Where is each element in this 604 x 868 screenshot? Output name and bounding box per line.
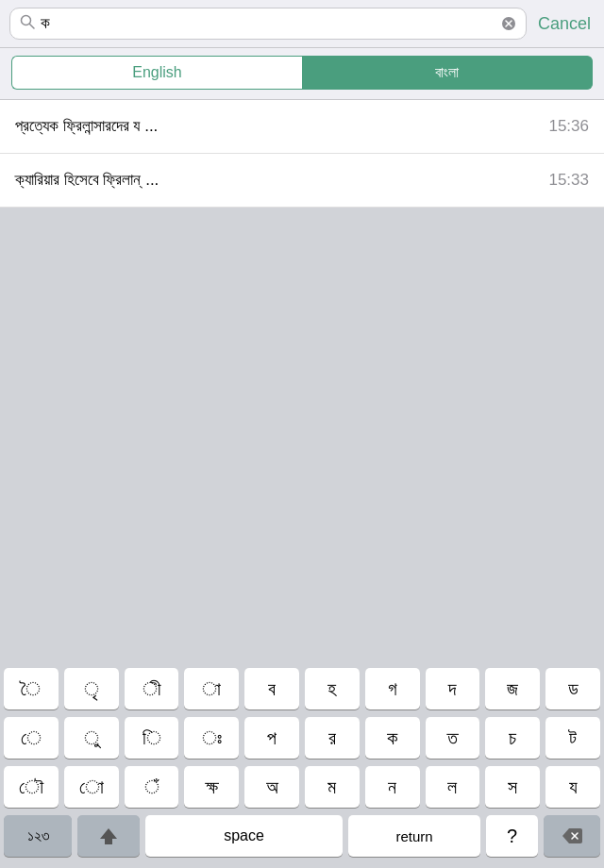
key-7-row1[interactable]: দ [426,668,480,709]
key-return[interactable]: return [348,815,480,857]
key-1-row2[interactable]: ু [64,717,119,759]
segment-bangla[interactable]: বাংলা [302,56,593,90]
result-time-2: 15:33 [548,171,589,190]
key-delete[interactable] [544,815,600,857]
key-1-row3[interactable]: ো [64,766,119,808]
keyboard-bottom-row: ১২৩ space return ? [4,815,600,857]
results-list: প্রত্যেক ফ্রিলান্সারদের য ... 15:36 ক্যা… [0,100,604,208]
search-icon [20,14,35,33]
result-time-1: 15:36 [548,117,589,136]
key-8-row2[interactable]: চ [485,717,540,759]
result-text-2: ক্যারিয়ার হিসেবে ফ্রিলান্ ... [15,171,159,190]
result-row-1[interactable]: প্রত্যেক ফ্রিলান্সারদের য ... 15:36 [0,100,604,154]
key-9-row1[interactable]: ড [545,668,600,709]
key-2-row1[interactable]: ী [125,668,179,709]
key-9-row2[interactable]: ট [545,717,600,759]
key-8-row3[interactable]: স [485,766,540,808]
key-6-row1[interactable]: গ [365,668,420,709]
search-input[interactable] [41,14,495,33]
key-2-row2[interactable]: ি [125,717,179,759]
key-4-row3[interactable]: অ [244,766,299,808]
key-6-row2[interactable]: ক [365,717,420,759]
key-5-row2[interactable]: র [305,717,360,759]
key-4-row1[interactable]: ব [244,668,299,709]
result-row-2[interactable]: ক্যারিয়ার হিসেবে ফ্রিলান্ ... 15:33 [0,154,604,208]
key-3-row3[interactable]: ক্ষ [184,766,239,808]
result-text-1: প্রত্যেক ফ্রিলান্সারদের য ... [15,117,158,136]
key-0-row3[interactable]: ৌ [4,766,59,808]
key-num[interactable]: ১২৩ [4,815,72,857]
keyboard-row-1: ৈ ৃ ী া ব হ গ দ জ ড [4,668,600,709]
search-input-wrap [9,8,527,40]
key-6-row3[interactable]: ন [365,766,420,808]
clear-button[interactable] [501,16,516,31]
segment-english[interactable]: English [11,56,302,90]
key-9-row3[interactable]: য [545,766,600,808]
cancel-button[interactable]: Cancel [534,14,595,34]
key-shift[interactable] [77,815,140,857]
key-5-row3[interactable]: ম [305,766,360,808]
segment-control: English বাংলা [0,48,604,100]
svg-marker-5 [100,828,117,844]
key-7-row3[interactable]: ল [426,766,480,808]
key-5-row1[interactable]: হ [305,668,360,709]
key-3-row1[interactable]: া [184,668,239,709]
key-7-row2[interactable]: ত [426,717,480,759]
keyboard-row-2: ে ু ি ঃ প র ক ত চ ট [4,717,600,759]
key-1-row1[interactable]: ৃ [64,668,119,709]
search-bar: Cancel [0,0,604,48]
keyboard: ৈ ৃ ী া ব হ গ দ জ ড ে ু ি ঃ প র ক ত চ ট … [0,659,604,868]
key-2-row3[interactable]: ঁ [125,766,179,808]
key-4-row2[interactable]: প [244,717,299,759]
key-3-row2[interactable]: ঃ [184,717,239,759]
svg-line-1 [30,25,35,29]
key-8-row1[interactable]: জ [485,668,540,709]
key-0-row2[interactable]: ে [4,717,59,759]
key-0-row1[interactable]: ৈ [4,668,59,709]
key-question[interactable]: ? [486,815,538,857]
key-space[interactable]: space [145,815,343,857]
keyboard-row-3: ৌ ো ঁ ক্ষ অ ম ন ল স য [4,766,600,808]
